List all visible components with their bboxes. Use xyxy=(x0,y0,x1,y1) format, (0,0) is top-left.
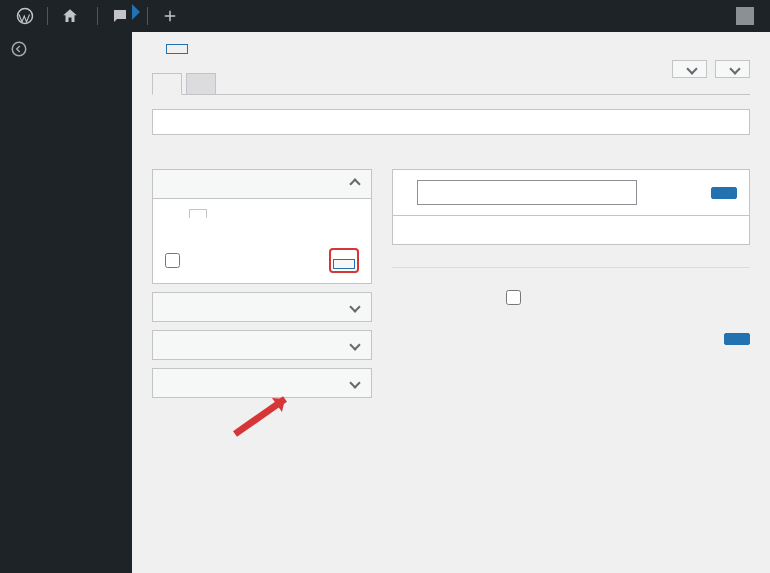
add-to-menu-button[interactable] xyxy=(333,259,355,269)
chevron-up-icon xyxy=(349,178,360,189)
panel-categories-header[interactable] xyxy=(153,369,371,397)
menu-settings-heading xyxy=(392,267,750,282)
tab-edit-menus[interactable] xyxy=(152,73,182,95)
chevron-down-icon xyxy=(349,301,360,312)
panel-custom-links-header[interactable] xyxy=(153,331,371,359)
wp-logo[interactable] xyxy=(8,0,42,32)
panel-pages-header[interactable] xyxy=(153,170,371,198)
structure-hint xyxy=(392,216,750,245)
auto-add-label xyxy=(392,290,488,305)
panel-pages xyxy=(152,169,372,284)
admin-sidebar xyxy=(0,32,132,573)
avatar xyxy=(736,7,754,25)
chevron-down-icon xyxy=(349,339,360,350)
chevron-down-icon xyxy=(349,377,360,388)
save-menu-button-bottom[interactable] xyxy=(724,333,750,345)
svg-point-1 xyxy=(12,42,26,56)
save-menu-button-top[interactable] xyxy=(711,187,737,199)
account-link[interactable] xyxy=(719,0,762,32)
subtab-viewall[interactable] xyxy=(189,209,207,218)
info-banner xyxy=(152,109,750,135)
subtab-search[interactable] xyxy=(215,209,231,218)
menu-name-row xyxy=(392,169,750,216)
admin-toolbar xyxy=(0,0,770,32)
live-preview-button[interactable] xyxy=(166,44,188,54)
select-all[interactable] xyxy=(165,253,186,268)
menu-name-input[interactable] xyxy=(417,180,637,205)
tab-manage-locations[interactable] xyxy=(186,73,216,94)
help-button[interactable] xyxy=(715,60,750,78)
nav-tabs xyxy=(152,73,750,95)
subtab-recent[interactable] xyxy=(165,209,181,218)
collapse-menu[interactable] xyxy=(0,32,132,66)
site-link[interactable] xyxy=(53,0,92,32)
panel-posts-header[interactable] xyxy=(153,293,371,321)
auto-add-option[interactable] xyxy=(506,290,750,305)
new-link[interactable] xyxy=(153,0,192,32)
screen-options-button[interactable] xyxy=(672,60,707,78)
main-content xyxy=(132,32,770,573)
